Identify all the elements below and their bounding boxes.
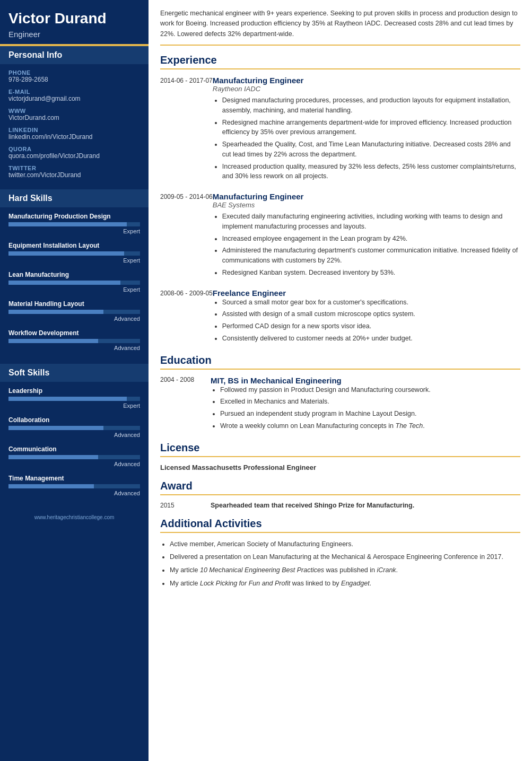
skill-bar-fill	[8, 251, 124, 256]
edu-bullets: Followed my passion in Product Design an…	[211, 385, 520, 431]
skill-bar-fill	[8, 310, 103, 314]
edu-bullet: Followed my passion in Product Design an…	[220, 385, 520, 395]
activities-list: Active member, American Society of Manuf…	[160, 539, 520, 589]
edu-date: 2004 - 2008	[160, 376, 211, 433]
skill-bar-fill	[8, 455, 98, 459]
contact-label: LinkedIn	[8, 127, 140, 133]
education-list: 2004 - 2008 MIT, BS in Mechanical Engine…	[160, 376, 520, 433]
exp-date: 2008-06 - 2009-05	[160, 288, 213, 346]
activity-item: Delivered a presentation on Lean Manufac…	[170, 552, 520, 562]
contact-value: VictorDurand.com	[8, 114, 140, 121]
skill-level-label: Advanced	[8, 432, 140, 438]
skill-name: Lean Manufacturing	[8, 271, 140, 278]
exp-bullets: Executed daily manufacturing engineering…	[213, 212, 520, 278]
skill-bar-fill	[8, 222, 127, 226]
skill-name: Collaboration	[8, 416, 140, 424]
hard-skills-heading: Hard Skills	[0, 189, 149, 207]
sidebar-header: Victor Durand Engineer	[0, 0, 149, 46]
edu-detail: MIT, BS in Mechanical Engineering Follow…	[211, 376, 520, 433]
skill-name: Communication	[8, 445, 140, 453]
experience-item: 2008-06 - 2009-05 Freelance Engineer Sou…	[160, 288, 520, 346]
education-item: 2004 - 2008 MIT, BS in Mechanical Engine…	[160, 376, 520, 433]
activity-item: My article 10 Mechanical Engineering Bes…	[170, 565, 520, 575]
edu-bullet: Pursued an independent study program in …	[220, 409, 520, 419]
education-section-title: Education	[160, 354, 520, 370]
skill-level-label: Advanced	[8, 461, 140, 467]
award-item: 2015 Spearheaded team that received Shin…	[160, 502, 520, 509]
skill-level-label: Advanced	[8, 345, 140, 351]
skill-bar-bg	[8, 281, 140, 285]
contact-value: quora.com/profile/VictorJDurand	[8, 152, 140, 160]
experience-list: 2014-06 - 2017-07 Manufacturing Engineer…	[160, 76, 520, 346]
exp-bullet: Spearheaded the Quality, Cost, and Time …	[222, 139, 520, 160]
watermark: www.heritagechristiancollege.com	[0, 509, 149, 523]
skill-level-label: Advanced	[8, 490, 140, 496]
skill-name: Workflow Development	[8, 329, 140, 337]
exp-detail: Manufacturing Engineer Raytheon IADC Des…	[213, 76, 520, 183]
award-list: 2015 Spearheaded team that received Shin…	[160, 502, 520, 509]
summary-text: Energetic mechanical engineer with 9+ ye…	[160, 8, 520, 46]
soft-skills-section: Leadership Expert Collaboration Advanced…	[0, 382, 149, 509]
skill-bar-fill	[8, 281, 120, 285]
exp-bullet: Assisted with design of a small custom m…	[222, 309, 520, 319]
skill-bar-bg	[8, 484, 140, 488]
main-content: Energetic mechanical engineer with 9+ ye…	[149, 0, 532, 761]
exp-jobtitle: Freelance Engineer	[213, 288, 520, 298]
contact-label: WWW	[8, 108, 140, 114]
skill-item: Lean Manufacturing Expert	[8, 271, 140, 293]
experience-item: 2009-05 - 2014-06 Manufacturing Engineer…	[160, 192, 520, 280]
exp-detail: Manufacturing Engineer BAE Systems Execu…	[213, 192, 520, 280]
skill-bar-fill	[8, 484, 94, 488]
experience-section-title: Experience	[160, 54, 520, 69]
exp-bullet: Redesigned machine arrangements departme…	[222, 118, 520, 138]
exp-bullet: Performed CAD design for a new sports vi…	[222, 321, 520, 331]
candidate-name: Victor Durand	[8, 10, 140, 28]
contact-value: twitter.com/VictorJDurand	[8, 171, 140, 179]
exp-bullet: Sourced a small motor gear box for a cus…	[222, 298, 520, 308]
skill-item: Collaboration Advanced	[8, 416, 140, 438]
edu-bullet: Wrote a weekly column on Lean Manufactur…	[220, 421, 520, 431]
personal-info-heading: Personal Info	[0, 46, 149, 64]
contact-item: E-mailvictorjdurand@gmail.com	[8, 89, 140, 102]
exp-bullets: Sourced a small motor gear box for a cus…	[213, 298, 520, 344]
skill-item: Leadership Expert	[8, 387, 140, 409]
contacts-section: Phone978-289-2658E-mailvictorjdurand@gma…	[0, 64, 149, 189]
skill-level-label: Expert	[8, 403, 140, 409]
skill-name: Leadership	[8, 387, 140, 395]
exp-bullet: Administered the manufacturing departmen…	[222, 246, 520, 266]
exp-company: Raytheon IADC	[213, 85, 520, 93]
exp-detail: Freelance Engineer Sourced a small motor…	[213, 288, 520, 346]
license-text: Licensed Massachusetts Professional Engi…	[160, 463, 520, 471]
sidebar: Victor Durand Engineer Personal Info Pho…	[0, 0, 149, 761]
contact-item: LinkedInlinkedin.com/in/VictorJDurand	[8, 127, 140, 141]
exp-bullet: Consistently delivered to customer needs…	[222, 334, 520, 344]
activity-item: My article Lock Picking for Fun and Prof…	[170, 579, 520, 589]
exp-jobtitle: Manufacturing Engineer	[213, 76, 520, 85]
award-section-title: Award	[160, 480, 520, 495]
contact-value: victorjdurand@gmail.com	[8, 95, 140, 102]
skill-bar-bg	[8, 455, 140, 459]
contact-label: Twitter	[8, 165, 140, 171]
skill-name: Equipment Installation Layout	[8, 242, 140, 249]
contact-item: WWWVictorDurand.com	[8, 108, 140, 121]
exp-bullet: Designed manufacturing procedures, proce…	[222, 95, 520, 116]
skill-item: Manufacturing Production Design Expert	[8, 213, 140, 234]
skill-level-label: Expert	[8, 257, 140, 264]
contact-item: Twittertwitter.com/VictorJDurand	[8, 165, 140, 179]
contact-value: linkedin.com/in/VictorJDurand	[8, 133, 140, 141]
skill-name: Material Handling Layout	[8, 300, 140, 308]
edu-bullet: Excelled in Mechanics and Materials.	[220, 397, 520, 407]
skill-bar-fill	[8, 397, 127, 401]
skill-item: Workflow Development Advanced	[8, 329, 140, 351]
skill-item: Material Handling Layout Advanced	[8, 300, 140, 322]
exp-bullet: Redesigned Kanban system. Decreased inve…	[222, 268, 520, 278]
candidate-title: Engineer	[8, 30, 140, 39]
award-year: 2015	[160, 502, 211, 509]
skill-item: Equipment Installation Layout Expert	[8, 242, 140, 264]
exp-bullets: Designed manufacturing procedures, proce…	[213, 95, 520, 181]
skill-bar-bg	[8, 426, 140, 430]
skill-item: Time Management Advanced	[8, 475, 140, 496]
skill-bar-bg	[8, 397, 140, 401]
skill-name: Time Management	[8, 475, 140, 482]
contact-item: Phone978-289-2658	[8, 69, 140, 83]
